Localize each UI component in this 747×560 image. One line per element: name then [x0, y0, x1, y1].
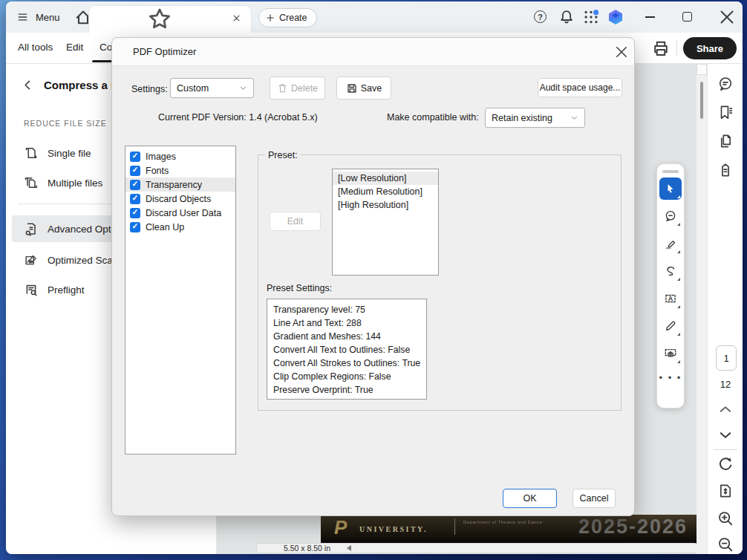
chevron-down-icon: [239, 84, 247, 92]
help-icon: ?: [534, 10, 547, 23]
delete-settings-button[interactable]: Delete: [270, 76, 325, 100]
tab-all-tools[interactable]: All tools: [18, 42, 53, 53]
zoom-in-button[interactable]: [717, 510, 734, 527]
bookmarks-panel-button[interactable]: [717, 104, 734, 120]
category-row-transparency[interactable]: Transparency: [125, 178, 235, 192]
checkbox-checked[interactable]: [130, 166, 140, 176]
comment-tool-button[interactable]: [659, 205, 682, 227]
acrobat-window: Menu 25-26_brochure.pdf Create ?: [6, 1, 743, 554]
sidebar-item-label: Preflight: [48, 284, 85, 296]
star-icon[interactable]: [97, 6, 223, 33]
print-button[interactable]: [652, 39, 670, 57]
multiple-files-icon: [24, 169, 39, 196]
audit-space-usage-button[interactable]: Audit space usage...: [538, 78, 622, 97]
category-row-fonts[interactable]: Fonts: [125, 163, 235, 178]
desktop-wallpaper: Menu 25-26_brochure.pdf Create ?: [0, 0, 747, 560]
apps-grid-icon: [583, 9, 599, 25]
toolbar-drag-handle[interactable]: [662, 170, 679, 173]
share-button[interactable]: Share: [683, 37, 737, 59]
next-page-button[interactable]: [719, 430, 732, 440]
preset-option-low[interactable]: [Low Resolution]: [333, 172, 438, 185]
pdf-version-text: Current PDF Version: 1.4 (Acrobat 5.x): [158, 112, 318, 123]
tags-panel-button[interactable]: [717, 162, 734, 178]
advanced-optimization-icon: [24, 215, 39, 242]
draw-tool-button[interactable]: [659, 260, 682, 282]
tab-edit[interactable]: Edit: [66, 42, 83, 53]
submenu-indicator: [677, 250, 680, 253]
window-close-button[interactable]: [718, 8, 736, 26]
document-status-bar: 5.50 x 8.50 in: [256, 543, 697, 553]
comments-panel-button[interactable]: [717, 76, 734, 92]
fit-page-button[interactable]: [717, 483, 734, 499]
preset-option-high[interactable]: [High Resolution]: [333, 198, 438, 212]
preset-setting-line: Clip Complex Regions: False: [273, 370, 420, 383]
checkbox-checked[interactable]: [130, 222, 140, 232]
more-tools-button[interactable]: • • •: [659, 372, 682, 383]
pages-panel-button[interactable]: [717, 133, 734, 149]
fill-sign-tool-button[interactable]: [659, 315, 682, 337]
audit-label: Audit space usage...: [540, 82, 621, 93]
vertical-scrollbar[interactable]: [697, 64, 707, 554]
camera-snapshot-icon: [664, 347, 677, 360]
edit-label: Edit: [287, 216, 304, 227]
snapshot-tool-button[interactable]: [659, 342, 682, 365]
rotate-page-button[interactable]: [717, 456, 734, 472]
rotate-clockwise-icon: [717, 456, 734, 472]
ok-button[interactable]: OK: [503, 489, 557, 508]
select-tool-button[interactable]: [659, 178, 682, 200]
app-launcher-button[interactable]: [583, 9, 599, 25]
checkbox-checked[interactable]: [130, 194, 140, 204]
checkbox-checked[interactable]: [130, 208, 140, 218]
quick-tools-toolbar: A • • •: [656, 163, 685, 408]
scrollbar-thumb[interactable]: [700, 82, 703, 119]
back-icon[interactable]: [22, 79, 33, 91]
help-button[interactable]: ?: [532, 9, 549, 25]
menu-button[interactable]: Menu: [16, 9, 60, 25]
ai-assistant-button[interactable]: [607, 9, 624, 25]
hamburger-icon: [16, 12, 29, 22]
preset-setting-line: Preserve Overprint: True: [273, 383, 420, 397]
tab-close-button[interactable]: [229, 13, 244, 26]
panel-divider: [714, 449, 737, 450]
notifications-button[interactable]: [558, 9, 575, 25]
checkbox-checked[interactable]: [130, 152, 140, 162]
checkbox-checked[interactable]: [130, 180, 140, 190]
highlight-tool-button[interactable]: [659, 232, 682, 255]
save-floppy-icon: [346, 82, 358, 94]
preset-option-medium[interactable]: [Medium Resolution]: [333, 185, 438, 198]
cancel-button[interactable]: Cancel: [573, 489, 616, 508]
university-logo: P: [334, 516, 347, 539]
scroll-left-arrow-icon[interactable]: [347, 545, 351, 551]
create-button[interactable]: Create: [258, 8, 317, 27]
preset-setting-line: Gradient and Meshes: 144: [273, 330, 420, 343]
category-row-images[interactable]: Images: [125, 149, 235, 163]
current-page-input[interactable]: 1: [716, 345, 737, 371]
close-icon: [614, 45, 629, 59]
fit-page-icon: [717, 483, 734, 499]
category-row-clean-up[interactable]: Clean Up: [125, 220, 235, 234]
bell-icon: [558, 9, 575, 25]
preset-setting-line: Line Art and Text: 288: [273, 316, 420, 330]
category-row-discard-objects[interactable]: Discard Objects: [125, 192, 235, 206]
save-settings-button[interactable]: Save: [336, 76, 391, 100]
preset-setting-line: Convert All Text to Outlines: False: [273, 343, 420, 356]
previous-page-button[interactable]: [719, 404, 732, 414]
category-row-discard-user-data[interactable]: Discard User Data: [125, 206, 235, 220]
submenu-indicator: [677, 360, 680, 363]
dialog-close-button[interactable]: [614, 45, 629, 59]
compatibility-dropdown[interactable]: Retain existing: [485, 108, 585, 128]
submenu-indicator: [677, 333, 680, 336]
select-text-tool-button[interactable]: A: [659, 287, 682, 310]
settings-dropdown[interactable]: Custom: [170, 78, 254, 98]
page-size-readout: 5.50 x 8.50 in: [284, 544, 330, 553]
scroll-up-button[interactable]: [697, 64, 707, 75]
year-text: 2025-2026: [578, 515, 688, 538]
zoom-out-button[interactable]: [717, 536, 734, 553]
compatibility-label: Make compatible with:: [387, 112, 479, 123]
optimizer-category-list: Images Fonts Transparency Discard Object…: [125, 146, 236, 455]
edit-preset-button[interactable]: Edit: [270, 212, 321, 231]
sidebar-item-label: Single file: [48, 148, 91, 159]
preset-setting-line: Convert All Strokes to Outlines: True: [273, 356, 420, 370]
document-tab[interactable]: 25-26_brochure.pdf: [89, 6, 251, 33]
share-label: Share: [697, 43, 723, 54]
